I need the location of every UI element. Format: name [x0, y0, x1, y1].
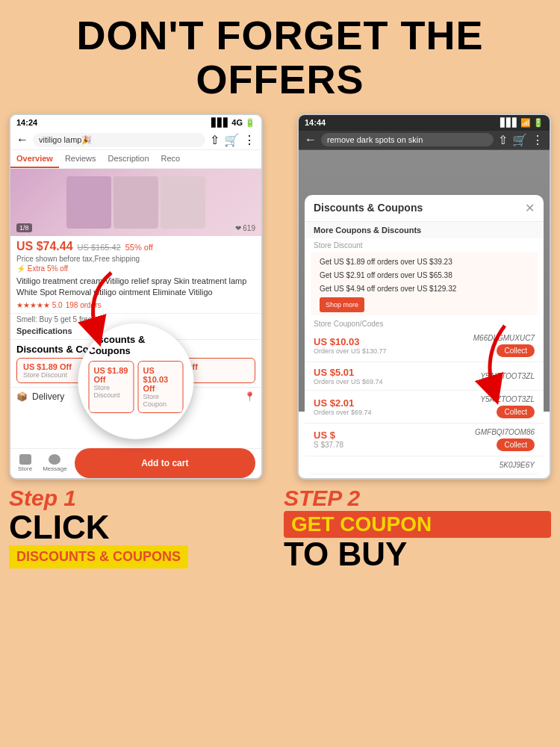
discount-line-3: Get US $4.94 off orders over US $129.32	[320, 282, 529, 296]
circle-disc-amount-1: US $1.89 Off	[94, 366, 129, 384]
tab-reviews[interactable]: Reviews	[59, 150, 102, 168]
coupon-3-amount: US $2.01	[314, 397, 372, 409]
coupon-4-condition: S $37.78	[314, 441, 366, 449]
coupon-4-collect-button[interactable]: Collect	[497, 438, 535, 451]
left-time: 14:24	[16, 118, 37, 127]
left-status-bar: 14:24 ▋▋▋ 4G 🔋	[10, 115, 261, 131]
extra-off: ⚡ Extra 5% off	[16, 264, 255, 273]
thumb-1	[66, 176, 111, 229]
heart-count: ❤ 619	[235, 224, 255, 232]
modal-title: Discounts & Coupons	[314, 202, 423, 214]
red-arrow-1	[70, 265, 130, 340]
circle-disc-boxes: US $1.89 Off Store Discount US $10.03 Of…	[89, 361, 184, 413]
delivery-icon: 📦	[16, 391, 28, 402]
screenshots-row: 14:24 ▋▋▋ 4G 🔋 ← vitiligo lamp🎉 ⇧ 🛒 ⋮ Ov…	[0, 114, 560, 480]
circle-magnifier: Discounts & Coupons US $1.89 Off Store D…	[78, 323, 194, 439]
step-2-label: STEP 2	[284, 486, 551, 511]
shop-more-button[interactable]: Shop more	[320, 297, 364, 312]
store-label: Store	[18, 465, 32, 472]
coupon-2-amount: US $5.01	[314, 367, 383, 378]
rating: ★★★★★ 5.0	[16, 301, 63, 309]
coupon-4-amount: US $	[314, 430, 366, 441]
menu-icon[interactable]: ⋮	[243, 133, 255, 147]
get-coupon-badge: GET COUPON	[284, 511, 551, 538]
discount-line-1: Get US $1.89 off orders over US $39.23	[320, 255, 529, 269]
back-icon[interactable]: ←	[16, 133, 28, 146]
coupon-2-condition: Orders over US $69.74	[314, 378, 383, 385]
left-phone-screen: 14:24 ▋▋▋ 4G 🔋 ← vitiligo lamp🎉 ⇧ 🛒 ⋮ Ov…	[9, 114, 263, 480]
delivery-label: Delivery	[32, 391, 64, 402]
right-search-bar[interactable]: ← remove dark spots on skin ⇧ 🛒 ⋮	[299, 131, 550, 150]
left-product-image: 1/8 ❤ 619	[10, 169, 261, 236]
store-icon	[19, 454, 31, 465]
discount-line-2: Get US $2.91 off orders over US $65.38	[320, 269, 529, 282]
coupon-4-code: GMFBQI7OOM86	[372, 428, 535, 436]
add-to-cart-button[interactable]: Add to cart	[75, 448, 255, 478]
coupon-1-condition: Orders over US $130.77	[314, 347, 387, 355]
right-search-text: remove dark spots on skin	[327, 135, 423, 144]
tab-description[interactable]: Description	[102, 150, 155, 168]
step-1-badge-text: DISCOUNTS & COUPONS	[16, 549, 181, 564]
step-1-action: CLICK	[9, 511, 276, 544]
right-search-input[interactable]: remove dark spots on skin	[321, 133, 494, 146]
location-icon: 📍	[244, 391, 255, 402]
step-2: STEP 2 GET COUPON TO BUY	[284, 486, 551, 571]
right-time: 14:44	[305, 118, 326, 127]
price-orig: US $165.42	[78, 243, 121, 252]
red-arrow-2	[464, 322, 523, 397]
coupon-3-condition: Orders over $69.74	[314, 409, 372, 416]
thumb-3	[161, 176, 205, 229]
search-text: vitiligo lamp🎉	[39, 135, 92, 144]
circle-disc-amount-2: US $10.03 Off	[143, 366, 178, 393]
tab-reco[interactable]: Reco	[155, 150, 187, 168]
get-coupon-text: GET COUPON	[291, 514, 544, 535]
left-search-input[interactable]: vitiligo lamp🎉	[33, 133, 205, 147]
product-name: Vitiligo treatment cream Vitiligo relief…	[16, 276, 255, 299]
cart-icon[interactable]: 🛒	[224, 133, 239, 147]
step-1-badge: DISCOUNTS & COUPONS	[9, 545, 188, 568]
right-share-icon[interactable]: ⇧	[498, 133, 508, 147]
share-icon[interactable]: ⇧	[210, 133, 220, 147]
modal-header: Discounts & Coupons ✕	[305, 195, 544, 222]
right-status-bar: 14:44 ▋▋▋ 📶 🔋	[299, 115, 550, 131]
modal-subtitle: More Coupons & Discounts	[305, 222, 544, 238]
thumb-2	[113, 176, 158, 229]
to-buy-text: TO BUY	[284, 538, 551, 571]
left-bottom-bar: Store Message Add to cart	[10, 448, 261, 478]
price-off: 55% off	[125, 243, 153, 252]
right-signal: ▋▋▋ 📶 🔋	[500, 118, 544, 128]
message-label: Message	[43, 465, 66, 472]
tab-overview[interactable]: Overview	[10, 150, 59, 168]
steps-section: Step 1 CLICK DISCOUNTS & COUPONS STEP 2 …	[0, 480, 560, 571]
left-product-info: US $74.44 US $165.42 55% off Price shown…	[10, 236, 261, 313]
circle-disc-type-1: Store Discount	[94, 384, 129, 399]
modal-close-button[interactable]: ✕	[525, 201, 535, 215]
coupon-1-amount: US $10.03	[314, 336, 387, 347]
message-icon-item[interactable]: Message	[43, 454, 66, 472]
right-phone-screen: 14:44 ▋▋▋ 📶 🔋 ← remove dark spots on ski…	[297, 114, 551, 480]
price-main: US $74.44	[16, 240, 73, 253]
left-search-bar[interactable]: ← vitiligo lamp🎉 ⇧ 🛒 ⋮	[10, 131, 261, 150]
circle-disc-box-1: US $1.89 Off Store Discount	[89, 361, 134, 413]
left-nav-tabs: Overview Reviews Description Reco	[10, 150, 261, 169]
store-discount-list: Get US $1.89 off orders over US $39.23 G…	[311, 252, 538, 315]
left-signal: ▋▋▋ 4G 🔋	[211, 118, 255, 128]
right-cart-icon[interactable]: 🛒	[512, 133, 527, 147]
store-discount-title: Store Discount	[305, 238, 544, 251]
coupon-5-code: 5K0J9E6Y	[314, 461, 535, 469]
circle-disc-type-2: Store Coupon	[143, 393, 178, 408]
coupon-row-5: 5K0J9E6Y	[305, 456, 544, 474]
right-back-icon[interactable]: ←	[305, 133, 317, 146]
coupon-row-4: US $ S $37.78 GMFBQI7OOM86 Collect	[305, 424, 544, 456]
main-title: DON'T FORGET THE OFFERS	[0, 0, 560, 110]
coupon-3-collect-button[interactable]: Collect	[497, 406, 535, 418]
circle-disc-box-2: US $10.03 Off Store Coupon	[138, 361, 184, 413]
step-1: Step 1 CLICK DISCOUNTS & COUPONS	[9, 486, 276, 571]
free-ship: Price shown before tax,Free shipping	[16, 255, 255, 263]
right-menu-icon[interactable]: ⋮	[532, 133, 544, 147]
step-1-label: Step 1	[9, 486, 276, 511]
image-counter: 1/8	[16, 223, 32, 232]
store-icon-item[interactable]: Store	[18, 454, 32, 472]
